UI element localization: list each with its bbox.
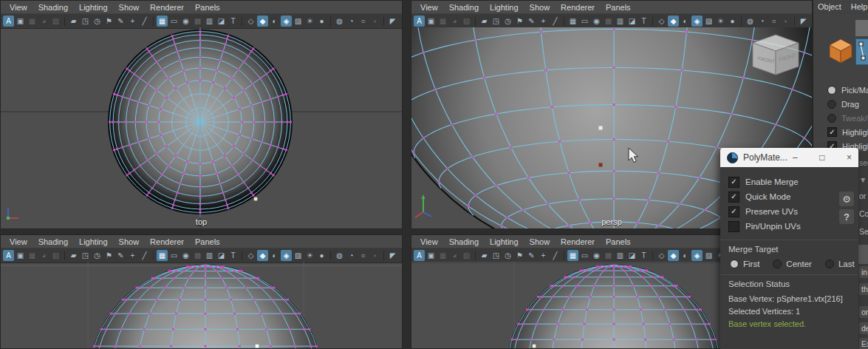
shaded-icon[interactable]: ◆	[257, 250, 268, 261]
bookmark-icon[interactable]: ⚑	[103, 16, 115, 27]
film-gate-icon[interactable]: ▭	[579, 16, 590, 27]
wireframe-icon[interactable]: ◇	[245, 250, 256, 261]
default-lighting-icon[interactable]: ☀	[715, 16, 726, 27]
camera-attributes-icon[interactable]: ◳	[80, 16, 91, 27]
field-chart-icon[interactable]: ▥	[204, 16, 215, 27]
mode-radio-pickmarq[interactable]: Pick/Marq	[813, 83, 868, 97]
snap-grid-icon[interactable]: ▦	[27, 250, 38, 261]
camera-bookmark-icon[interactable]: ◷	[502, 16, 513, 27]
select-by-component-icon[interactable]: ▣	[15, 16, 26, 27]
menu-item-view[interactable]: View	[10, 3, 27, 12]
xray-joints-icon[interactable]: ◔	[346, 250, 357, 261]
select-by-object-icon[interactable]: A	[3, 250, 14, 261]
film-gate-icon[interactable]: ▭	[168, 250, 180, 261]
safe-title-icon[interactable]: ◪	[626, 16, 638, 27]
gate-mask-icon[interactable]: ▩	[603, 250, 614, 261]
menu-item-lighting[interactable]: Lighting	[490, 237, 519, 246]
snap-curve-icon[interactable]: ◕	[38, 16, 49, 27]
wireframe-icon[interactable]: ◇	[656, 16, 667, 27]
menu-item-renderer[interactable]: Renderer	[561, 237, 595, 246]
camera-icon[interactable]: ▰	[479, 250, 490, 261]
heads-up-display-icon[interactable]: T	[638, 16, 649, 27]
image-plane-icon[interactable]: ✎	[526, 16, 537, 27]
xray-active-icon[interactable]: ○	[768, 16, 779, 27]
xray-icon[interactable]: ◍	[745, 16, 756, 27]
menu-item-panels[interactable]: Panels	[195, 237, 220, 246]
camera-attributes-icon[interactable]: ◳	[491, 16, 502, 27]
camera-attributes-icon[interactable]: ◳	[80, 250, 91, 261]
menu-item-view[interactable]: View	[10, 237, 27, 246]
use-all-lights-icon[interactable]: ◈	[281, 16, 292, 27]
menu-item-view[interactable]: View	[420, 237, 438, 246]
default-lighting-icon[interactable]: ☀	[304, 16, 315, 27]
menu-item-shading[interactable]: Shading	[38, 3, 68, 12]
polymate-option-enable-merge[interactable]: ✓Enable Merge	[728, 174, 858, 189]
screen-space-ao-icon[interactable]: ●	[316, 16, 327, 27]
shadows-icon[interactable]: ▨	[293, 16, 304, 27]
xray-icon[interactable]: ◍	[334, 16, 345, 27]
grease-pencil-icon[interactable]: ╱	[550, 16, 561, 27]
active-tool-button[interactable]	[855, 38, 868, 65]
resolution-gate-icon[interactable]: ◉	[180, 16, 191, 27]
textured-icon[interactable]: ◐	[680, 250, 691, 261]
gate-mask-icon[interactable]: ▩	[192, 250, 203, 261]
polymate-titlebar[interactable]: PolyMate... – □ ×	[720, 148, 858, 167]
use-all-lights-icon[interactable]: ◈	[691, 16, 703, 27]
snap-point-icon[interactable]: ▧	[461, 250, 472, 261]
viewport-top-canvas[interactable]: top	[1, 27, 402, 228]
mode-radio-drag[interactable]: Drag	[813, 97, 868, 111]
xray-active-icon[interactable]: ○	[358, 16, 369, 27]
film-gate-icon[interactable]: ▭	[579, 250, 590, 261]
shaded-icon[interactable]: ◆	[668, 250, 679, 261]
highlight-checkbox-1[interactable]: ✓Highligh	[813, 125, 868, 139]
grid-display-icon[interactable]: ▦	[157, 16, 168, 27]
menu-item-renderer[interactable]: Renderer	[561, 3, 595, 12]
safe-title-icon[interactable]: ◪	[216, 250, 227, 261]
image-plane-icon[interactable]: ✎	[526, 250, 537, 261]
menu-item-panels[interactable]: Panels	[195, 3, 220, 12]
xray-joints-icon[interactable]: ◔	[756, 16, 768, 27]
textured-icon[interactable]: ◐	[680, 16, 691, 27]
field-chart-icon[interactable]: ▥	[204, 250, 215, 261]
menu-item-renderer[interactable]: Renderer	[150, 3, 184, 12]
minimize-button[interactable]: –	[793, 153, 798, 162]
viewport-front-canvas[interactable]	[1, 262, 402, 348]
pan-zoom-icon[interactable]: +	[127, 250, 138, 261]
bookmark-icon[interactable]: ⚑	[103, 250, 115, 261]
field-chart-icon[interactable]: ▥	[615, 16, 626, 27]
shadows-icon[interactable]: ▨	[293, 250, 304, 261]
camera-attributes-icon[interactable]: ◳	[491, 250, 502, 261]
wireframe-icon[interactable]: ◇	[656, 250, 667, 261]
mode-radio-tweakma[interactable]: Tweak/Ma	[813, 111, 868, 125]
resolution-gate-icon[interactable]: ◉	[591, 250, 602, 261]
snap-curve-icon[interactable]: ◕	[449, 250, 460, 261]
heads-up-display-icon[interactable]: T	[228, 250, 239, 261]
camera-bookmark-icon[interactable]: ◷	[92, 16, 103, 27]
heads-up-display-icon[interactable]: T	[638, 250, 649, 261]
menu-item-lighting[interactable]: Lighting	[79, 3, 108, 12]
snap-point-icon[interactable]: ▧	[50, 250, 61, 261]
settings-gear-button[interactable]: ⚙	[839, 192, 854, 206]
camera-bookmark-icon[interactable]: ◷	[502, 250, 513, 261]
grease-pencil-icon[interactable]: ╱	[550, 250, 561, 261]
menu-item-object[interactable]: Object	[818, 2, 841, 11]
merge-target-last[interactable]: Last	[825, 260, 855, 268]
marquee-zoom-icon[interactable]: ◤	[387, 16, 398, 27]
menu-item-show[interactable]: Show	[119, 237, 140, 246]
menu-item-help[interactable]: Help	[851, 2, 868, 11]
resolution-gate-icon[interactable]: ◉	[591, 16, 602, 27]
field-chart-icon[interactable]: ▥	[615, 250, 626, 261]
grease-pencil-icon[interactable]: ╱	[139, 16, 150, 27]
gate-mask-icon[interactable]: ▩	[192, 16, 203, 27]
safe-title-icon[interactable]: ◪	[626, 250, 638, 261]
select-by-component-icon[interactable]: ▣	[15, 250, 26, 261]
bookmark-icon[interactable]: ⚑	[514, 250, 525, 261]
snap-curve-icon[interactable]: ◕	[449, 16, 460, 27]
close-button[interactable]: ×	[847, 153, 852, 162]
snap-point-icon[interactable]: ▧	[461, 16, 472, 27]
grease-pencil-icon[interactable]: ╱	[139, 250, 150, 261]
menu-item-show[interactable]: Show	[530, 237, 550, 246]
screen-space-ao-icon[interactable]: ●	[316, 250, 327, 261]
select-by-object-icon[interactable]: A	[414, 16, 425, 27]
bookmark-icon[interactable]: ⚑	[514, 16, 525, 27]
